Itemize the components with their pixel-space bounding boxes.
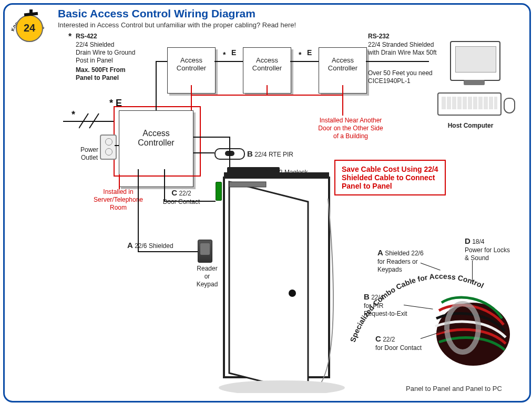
- combo-D-letter: D: [465, 236, 470, 245]
- power-outlet-label: Power Outlet: [78, 146, 101, 162]
- dev-B-text: 22/4 RTE PIR: [254, 151, 293, 158]
- dev-A-text: 22/6 Shielded: [135, 242, 173, 250]
- combo-C-text: 22/2 for Door Contact: [375, 336, 422, 352]
- rs232-line: [366, 61, 429, 62]
- wire-D-h1: [193, 137, 230, 138]
- combo-D-text: 18/4 Power for Locks & Sound: [465, 238, 510, 262]
- combo-C-letter: C: [375, 334, 381, 343]
- dev-C-text: 22/2 Door Contact: [163, 190, 200, 205]
- dev-C-letter: C: [171, 188, 177, 197]
- ctrl3-label: Access Controller: [319, 56, 366, 72]
- power-star: *: [71, 109, 75, 120]
- break-icon: [79, 112, 103, 130]
- kb-number: 24: [16, 15, 43, 42]
- rs422-max: Max. 500Ft From Panel to Panel: [76, 66, 126, 82]
- wire-B: [193, 152, 214, 153]
- power-outlet-icon: [100, 135, 117, 160]
- page-title: Basic Access Control Wiring Diagram: [58, 7, 255, 20]
- link-2-3: [290, 61, 319, 62]
- redline-c1v: [191, 85, 192, 95]
- main-ctrl-highlight: [114, 106, 201, 177]
- install-server-note: Installed in Server/Telephone Room: [79, 188, 158, 212]
- redline-c2v: [267, 85, 268, 95]
- cable-cost-tip: Save Cable Cost Using 22/4 Shielded Cabl…: [334, 160, 446, 195]
- dev-A-letter: A: [127, 241, 133, 250]
- link-1-2: [214, 61, 243, 62]
- rs422-lines: 22/4 Shielded Drain Wire to Ground Post …: [76, 41, 135, 65]
- ctrl2-label: Access Controller: [243, 56, 291, 72]
- combo-B-letter: B: [364, 292, 370, 301]
- rs232-lines: 22/4 Stranded Shielded with Drain Wire M…: [368, 41, 437, 57]
- combo-D-leader: [472, 261, 473, 282]
- monitor-icon: [450, 41, 500, 81]
- wire-D-v: [229, 137, 230, 167]
- wire-A-v: [138, 169, 139, 251]
- rs232-heading: RS-232: [368, 33, 390, 40]
- door-icon: [213, 172, 350, 393]
- link23-star: *: [299, 50, 301, 59]
- outlet-lead: [115, 145, 119, 146]
- redline-note-v: [342, 95, 343, 116]
- redline-bus: [191, 95, 343, 96]
- keyboard-icon: [437, 92, 502, 116]
- svg-line-2: [89, 113, 99, 128]
- big-to-row-v: [156, 61, 157, 110]
- combo-footer: Panel to Panel and Panel to PC: [406, 385, 502, 392]
- link23-E: E: [307, 48, 312, 58]
- svg-rect-6: [229, 182, 266, 187]
- big-to-row-h: [156, 61, 167, 62]
- graduation-cap-icon: [24, 9, 38, 18]
- rs232-note: Over 50 Feet you need CICE1940PL-1: [368, 69, 433, 85]
- rs422-star: *: [68, 32, 71, 42]
- link12-star: *: [223, 50, 226, 59]
- combo-B-text: 22/4 for PIR Request-to-Exit: [364, 294, 407, 317]
- svg-line-1: [79, 113, 88, 128]
- combo-A-letter: A: [377, 248, 383, 257]
- host-computer-label: Host Computer: [436, 122, 505, 130]
- svg-marker-5: [229, 182, 308, 393]
- mouse-icon: [504, 98, 515, 113]
- svg-point-8: [219, 380, 345, 393]
- install-other-note: Installed Near Another Door on the Other…: [295, 117, 406, 140]
- rs422-heading: RS-422: [76, 33, 97, 40]
- monitor-stand-icon: [464, 80, 485, 85]
- combo-A-text: Shielded 22/6 for Readers or Keypads: [377, 250, 424, 273]
- svg-point-7: [289, 290, 296, 297]
- redline-c3v: [342, 85, 343, 95]
- svg-rect-4: [224, 172, 329, 179]
- ctrl1-label: Access Controller: [168, 56, 215, 72]
- dev-B-letter: B: [247, 149, 253, 158]
- knowledge-base-badge: Knowledge Base 24: [9, 9, 47, 45]
- wire-A-h: [138, 251, 198, 252]
- reader-icon: [198, 240, 212, 263]
- page-subtitle: Interested in Access Control but unfamil…: [58, 21, 296, 29]
- link12-E: E: [231, 48, 236, 58]
- server-note-lead: [119, 174, 120, 189]
